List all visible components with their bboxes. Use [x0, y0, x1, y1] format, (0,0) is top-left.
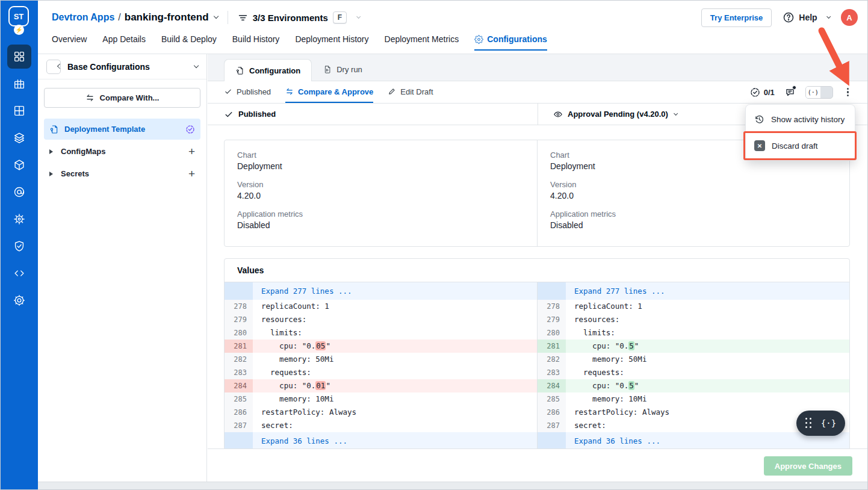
menu-item-show-activity-history[interactable]: Show activity history — [746, 106, 855, 132]
tab-configuration[interactable]: Configuration — [224, 59, 312, 81]
tab-overview[interactable]: Overview — [52, 34, 87, 49]
window-bottom-strip — [38, 482, 867, 489]
panel-collapse-chevron-icon[interactable] — [194, 63, 199, 69]
expand-lines-band[interactable]: Expand 36 lines ... — [225, 432, 537, 448]
helm-apps-icon[interactable] — [7, 207, 31, 231]
tab-edit-draft[interactable]: Edit Draft — [388, 81, 433, 103]
diff-line: 283 requests: — [538, 366, 849, 379]
logo-st-monogram: ST — [8, 6, 29, 26]
tab-build-deploy[interactable]: Build & Deploy — [161, 34, 217, 49]
template-file-icon — [49, 125, 59, 134]
dry-run-file-icon — [323, 65, 332, 74]
diff-line: 280 limits: — [225, 326, 537, 340]
applications-icon[interactable] — [7, 45, 31, 69]
devtron-app-window: ST ⚡ Devtron Apps / banking-frontend 3/3… — [0, 0, 868, 490]
eye-icon — [553, 110, 563, 119]
config-tabstrip: Configuration Dry run — [208, 54, 867, 81]
header-divider — [228, 11, 228, 24]
draft-pending-icon — [185, 125, 195, 134]
values-card: Values Expand 277 lines ...278replicaCou… — [224, 258, 850, 448]
diff-line: 283 requests: — [225, 366, 537, 379]
draft-toolbar: Published Compare & Approve Edit Draft 0… — [208, 81, 867, 104]
user-avatar[interactable]: A — [841, 9, 858, 26]
expand-lines-band[interactable]: Expand 277 lines ... — [225, 282, 537, 300]
help-menu[interactable]: Help — [783, 11, 830, 23]
diff-line: 282 memory: 50Mi — [225, 353, 537, 366]
drag-handle-icon[interactable] — [805, 418, 812, 429]
more-options-kebab-button[interactable] — [843, 85, 852, 99]
tab-dry-run[interactable]: Dry run — [312, 58, 373, 81]
published-chart-info: ChartDeploymentVersion4.20.0Application … — [225, 140, 537, 246]
app-header: Devtron Apps / banking-frontend 3/3 Envi… — [38, 1, 867, 54]
try-enterprise-button[interactable]: Try Enterprise — [701, 8, 772, 27]
app-switcher-chevron-icon[interactable] — [213, 14, 219, 19]
approvals-counter[interactable]: 0/1 — [750, 87, 775, 98]
question-circle-icon — [783, 11, 795, 23]
expand-caret-icon[interactable] — [49, 149, 53, 154]
info-field: Version4.20.0 — [550, 180, 837, 200]
diff-line: 285 memory: 10Mi — [225, 392, 537, 406]
add-configmap-button[interactable]: + — [188, 146, 195, 157]
add-secret-button[interactable]: + — [188, 168, 195, 179]
help-chevron-icon — [826, 14, 831, 19]
diff-line: 278replicaCount: 1 — [538, 300, 849, 313]
application-groups-icon[interactable] — [7, 99, 31, 123]
diff-line: 280 limits: — [538, 326, 849, 340]
sidebar-item-configmaps[interactable]: ConfigMaps + — [44, 141, 200, 162]
yaml-diff-viewer: Expand 277 lines ...278replicaCount: 127… — [225, 282, 849, 448]
diff-line: 285 memory: 10Mi — [538, 392, 849, 406]
discard-x-icon: ✕ — [754, 140, 765, 151]
tab-app-details[interactable]: App Details — [102, 34, 146, 49]
back-button[interactable] — [46, 60, 61, 74]
floating-editor-widget[interactable]: {·} — [796, 411, 845, 436]
published-yaml-pane: Expand 277 lines ...278replicaCount: 127… — [225, 282, 537, 448]
diff-line: 279resources: — [225, 313, 537, 326]
diff-line: 287secret: — [225, 419, 537, 432]
resource-browser-icon[interactable] — [7, 180, 31, 204]
sidebar-item-deployment-template[interactable]: Deployment Template — [44, 119, 200, 140]
comparison-scroll-area[interactable]: ChartDeploymentVersion4.20.0Application … — [208, 125, 867, 448]
environment-chevron-icon — [356, 14, 361, 19]
chart-store-icon[interactable] — [7, 153, 31, 177]
history-icon — [754, 114, 764, 125]
expand-lines-band[interactable]: Expand 36 lines ... — [538, 432, 849, 448]
compare-with-button[interactable]: Compare With... — [44, 88, 200, 108]
diff-line: 279resources: — [538, 313, 849, 326]
tab-deployment-history[interactable]: Deployment History — [295, 34, 368, 49]
notification-dot — [792, 85, 796, 90]
check-icon — [224, 87, 232, 96]
check-icon — [224, 110, 234, 119]
software-distribution-icon[interactable] — [7, 126, 31, 150]
sidebar-item-secrets[interactable]: Secrets + — [44, 163, 200, 184]
diff-line: 278replicaCount: 1 — [225, 300, 537, 313]
code-braces-icon[interactable]: {·} — [821, 418, 836, 428]
diff-line: 281 cpu: "0.05" — [225, 340, 537, 353]
tab-compare-and-approve[interactable]: Compare & Approve — [285, 81, 373, 103]
diff-line: 284 cpu: "0.01" — [225, 379, 537, 392]
menu-item-discard-draft[interactable]: ✕ Discard draft — [746, 132, 855, 159]
tab-deployment-metrics[interactable]: Deployment Metrics — [385, 34, 459, 49]
jobs-icon[interactable] — [7, 72, 31, 96]
configurations-side-panel: Base Configurations Compare With... Depl… — [38, 54, 207, 482]
tab-configurations[interactable]: Configurations — [474, 34, 547, 51]
environment-selector[interactable]: 3/3 Environments F — [238, 11, 361, 23]
code-icon[interactable] — [7, 261, 31, 285]
global-configurations-icon[interactable] — [7, 288, 31, 312]
help-label: Help — [799, 13, 817, 22]
values-card-title: Values — [225, 259, 849, 282]
expand-caret-icon[interactable] — [49, 172, 53, 176]
version-chevron-icon[interactable] — [674, 111, 678, 116]
tab-build-history[interactable]: Build History — [232, 34, 280, 49]
left-nav-rail: ST ⚡ — [1, 1, 38, 490]
tab-published[interactable]: Published — [224, 81, 271, 103]
approve-changes-button[interactable]: Approve Changes — [764, 456, 852, 476]
devtron-logo[interactable]: ST ⚡ — [8, 6, 30, 31]
published-column-header: Published — [208, 104, 538, 125]
breadcrumb-root-link[interactable]: Devtron Apps — [52, 12, 114, 23]
expand-lines-band[interactable]: Expand 277 lines ... — [538, 282, 849, 300]
info-field: Application metricsDisabled — [237, 209, 524, 230]
security-icon[interactable] — [7, 234, 31, 258]
code-editor-toggle[interactable]: (·) — [805, 86, 833, 99]
comments-button[interactable] — [785, 87, 795, 98]
diff-line: 286restartPolicy: Always — [225, 406, 537, 419]
